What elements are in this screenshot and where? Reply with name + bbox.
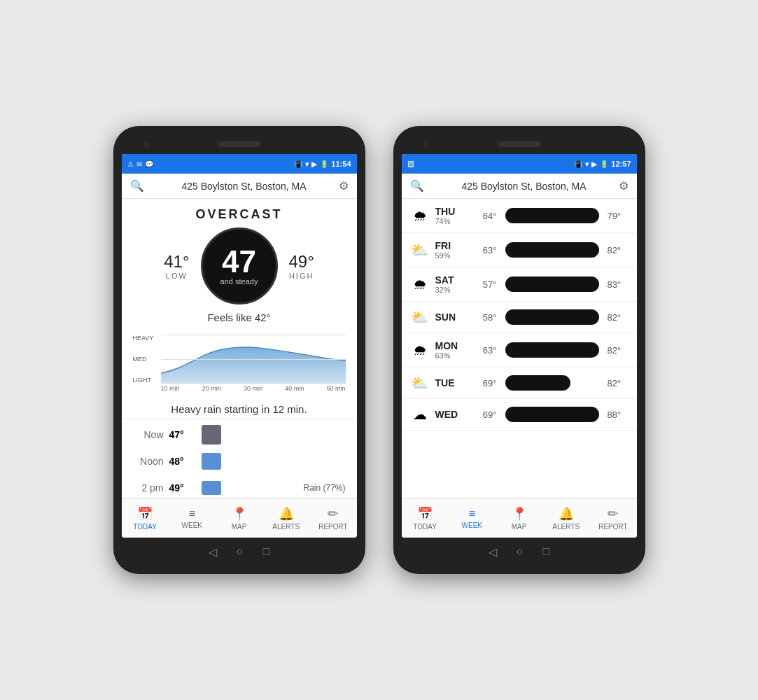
hourly-bar-wrap-noon	[202, 450, 346, 472]
nav-alerts-icon-2: 🔔	[559, 506, 574, 522]
chart-line-heavy	[161, 335, 346, 335]
x-label-10min: 10 min	[161, 385, 180, 392]
week-day-sun: SUN	[435, 312, 470, 323]
nav-today[interactable]: 📅 TODAY	[122, 499, 169, 538]
search-icon: 🔍	[130, 179, 144, 192]
temperature-row: 41° LOW 47 and steady 49° HIGH	[133, 227, 346, 304]
hourly-row-now: Now 47°	[133, 421, 346, 448]
nav-map-label-2: MAP	[512, 523, 527, 531]
y-label-heavy: HEAVY	[133, 335, 158, 342]
wifi-icon: ▾	[305, 160, 309, 168]
nav-today-2[interactable]: 📅 TODAY	[402, 499, 449, 538]
settings-icon-2[interactable]: ⚙	[619, 179, 629, 192]
nav-map-2[interactable]: 📍 MAP	[496, 499, 542, 538]
status-icons-right-2: 📳 ▾ ▶ 🔋 12:57	[574, 160, 631, 168]
day-name-mon: MON	[435, 340, 470, 351]
status-bar: ⚠ ✉ 💬 📳 ▾ ▶ 🔋 11:54	[122, 154, 357, 174]
low-wed: 69°	[476, 410, 497, 420]
nav-week-icon-2: ≡	[469, 507, 475, 520]
temp-bar-sat	[505, 276, 599, 292]
high-tue: 82°	[608, 378, 629, 388]
temp-bar-wed	[505, 407, 599, 422]
hourly-time-now: Now	[133, 429, 164, 440]
low-tue: 69°	[476, 378, 497, 388]
rain-chart-section: HEAVY MED LIGHT	[122, 329, 357, 418]
hourly-bar-wrap-2pm	[202, 477, 298, 498]
week-day-thu: THU 74%	[435, 206, 470, 225]
weather-icon-wed: ☁	[410, 406, 430, 423]
home-button-2[interactable]: ○	[517, 545, 524, 558]
nav-map[interactable]: 📍 MAP	[216, 499, 262, 538]
high-temp-label: HIGH	[289, 272, 314, 280]
hourly-temp-now: 47°	[169, 429, 196, 440]
search-bar-2[interactable]: 🔍 425 Boylston St, Boston, MA ⚙	[402, 174, 637, 199]
back-button-2[interactable]: ◁	[489, 545, 497, 559]
nav-report-icon: ✏	[328, 506, 338, 522]
app-container: ⚠ ✉ 💬 📳 ▾ ▶ 🔋 11:54 🔍 425 Boylston St, B…	[113, 126, 645, 574]
weather-icon-fri: ⛅	[410, 241, 430, 258]
settings-icon[interactable]: ⚙	[339, 179, 349, 192]
location-address: 425 Boylston St, Boston, MA	[150, 181, 339, 192]
day-name-wed: WED	[435, 409, 470, 420]
search-bar[interactable]: 🔍 425 Boylston St, Boston, MA ⚙	[122, 174, 357, 199]
nav-report-2[interactable]: ✏ REPORT	[589, 499, 636, 538]
temp-bar-fri	[505, 242, 599, 258]
weather-icon-sat: 🌧	[410, 276, 430, 293]
week-row-tue: ⛅ TUE 69° 82°	[402, 368, 637, 399]
week-day-wed: WED	[435, 409, 470, 420]
nav-alerts-2[interactable]: 🔔 ALERTS	[542, 499, 589, 538]
alert-icon: ⚠	[127, 160, 134, 168]
temp-bar-tue	[505, 375, 571, 391]
nav-report-label: REPORT	[318, 523, 348, 531]
hourly-bar-now	[202, 425, 221, 444]
signal-icon: ▶	[311, 160, 317, 168]
hourly-label-2pm: Rain (77%)	[303, 483, 345, 493]
high-temperature: 49° HIGH	[289, 252, 314, 280]
front-camera	[143, 141, 150, 148]
back-button[interactable]: ◁	[209, 545, 217, 559]
day-pct-thu: 74%	[435, 217, 470, 225]
home-button[interactable]: ○	[237, 545, 244, 558]
nav-week[interactable]: ≡ WEEK	[169, 499, 216, 538]
phone-top-bezel	[122, 134, 357, 154]
hourly-section: Now 47° Noon 48° 2 pm	[122, 418, 357, 498]
chart-area: 10 min 20 min 30 min 40 min 50 min	[161, 335, 346, 398]
temp-bar-sun	[505, 309, 599, 325]
bottom-nav-week: 📅 TODAY ≡ WEEK 📍 MAP 🔔 ALERTS ✏ REP	[402, 498, 637, 538]
high-wed: 88°	[608, 410, 629, 420]
hourly-time-noon: Noon	[133, 456, 164, 467]
nav-report[interactable]: ✏ REPORT	[309, 499, 356, 538]
nav-alerts-label-2: ALERTS	[552, 523, 580, 531]
chart-line-med	[161, 359, 346, 360]
recents-button[interactable]: □	[263, 545, 270, 558]
day-pct-fri: 59%	[435, 251, 470, 260]
bar-thu	[503, 208, 602, 223]
week-content: 🌧 THU 74% 64° 79° ⛅ FRI 59%	[402, 199, 637, 498]
y-label-light: LIGHT	[133, 377, 158, 384]
phone-week: 🖼 📳 ▾ ▶ 🔋 12:57 🔍 425 Boylston St, Bosto…	[393, 126, 645, 574]
bar-tue	[503, 375, 602, 391]
nav-alerts-icon: 🔔	[279, 506, 294, 522]
chart-x-labels: 10 min 20 min 30 min 40 min 50 min	[161, 385, 346, 392]
nav-alerts[interactable]: 🔔 ALERTS	[262, 499, 309, 538]
week-row-sun: ⛅ SUN 58° 82°	[402, 302, 637, 333]
current-temp-circle: 47 and steady	[201, 227, 278, 304]
high-fri: 82°	[608, 245, 629, 255]
nav-map-icon: 📍	[232, 506, 247, 522]
week-day-tue: TUE	[435, 377, 470, 388]
signal-icon-2: ▶	[591, 160, 597, 168]
nav-week-2[interactable]: ≡ WEEK	[449, 499, 496, 538]
weather-icon-tue: ⛅	[410, 374, 430, 391]
nav-report-icon-2: ✏	[608, 506, 618, 522]
recents-button-2[interactable]: □	[543, 545, 550, 558]
high-sun: 82°	[608, 312, 629, 323]
day-name-sun: SUN	[435, 312, 470, 323]
low-fri: 63°	[476, 245, 497, 255]
weather-main: OVERCAST 41° LOW 47 and steady 49° HIGH	[122, 199, 357, 329]
week-row-wed: ☁ WED 69° 88°	[402, 399, 637, 430]
clock: 11:54	[331, 160, 351, 168]
week-row-mon: 🌧 MON 63% 63° 82°	[402, 333, 637, 368]
nav-alerts-label: ALERTS	[272, 523, 300, 531]
phone-bottom-buttons: ◁ ○ □	[122, 538, 357, 566]
nav-today-icon: 📅	[137, 506, 153, 522]
